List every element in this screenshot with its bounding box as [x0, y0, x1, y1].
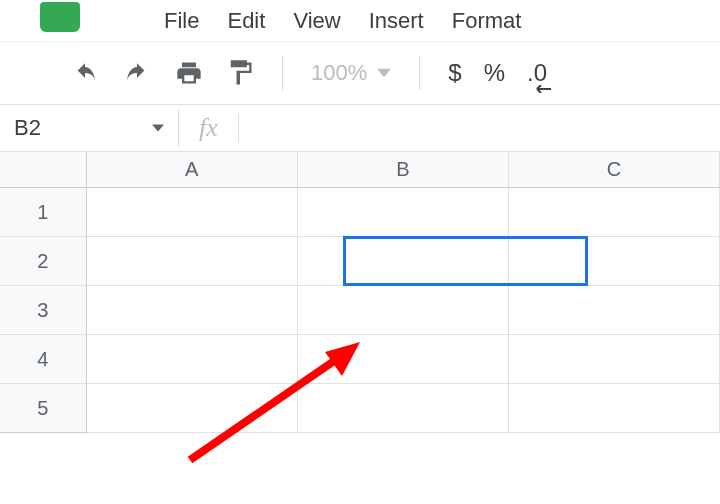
cell-b1[interactable]	[298, 188, 509, 237]
menu-view[interactable]: View	[279, 8, 354, 34]
cell-a2[interactable]	[87, 237, 298, 286]
row-header-1[interactable]: 1	[0, 188, 87, 237]
zoom-value: 100%	[311, 60, 367, 86]
chevron-down-icon	[152, 124, 164, 132]
row-header-4[interactable]: 4	[0, 335, 87, 384]
fx-label: fx	[179, 113, 238, 143]
cell-a4[interactable]	[87, 335, 298, 384]
format-currency-button[interactable]: $	[448, 59, 461, 87]
menu-file[interactable]: File	[150, 8, 213, 34]
menu-bar: File Edit View Insert Format	[0, 0, 720, 42]
formula-input[interactable]	[239, 117, 720, 140]
column-header-c[interactable]: C	[509, 152, 720, 188]
column-header-a[interactable]: A	[87, 152, 298, 188]
decrease-decimal-button[interactable]: .0	[527, 59, 547, 87]
cell-a1[interactable]	[87, 188, 298, 237]
undo-icon[interactable]	[70, 62, 100, 84]
formula-bar-row: B2 fx	[0, 104, 720, 152]
cell-a5[interactable]	[87, 384, 298, 433]
select-all-corner[interactable]	[0, 152, 87, 188]
redo-icon[interactable]	[122, 62, 152, 84]
menu-format[interactable]: Format	[438, 8, 536, 34]
name-box-value: B2	[14, 115, 41, 141]
menu-edit[interactable]: Edit	[213, 8, 279, 34]
name-box[interactable]: B2	[0, 115, 178, 141]
toolbar-divider	[419, 56, 420, 90]
row-header-2[interactable]: 2	[0, 237, 87, 286]
cell-c2[interactable]	[509, 237, 720, 286]
chevron-down-icon	[377, 68, 391, 78]
cell-c5[interactable]	[509, 384, 720, 433]
cell-c3[interactable]	[509, 286, 720, 335]
toolbar: 100% $ % .0	[0, 42, 720, 104]
cell-b4[interactable]	[298, 335, 509, 384]
cell-c4[interactable]	[509, 335, 720, 384]
cell-b3[interactable]	[298, 286, 509, 335]
toolbar-divider	[282, 56, 283, 90]
paint-format-icon[interactable]	[226, 58, 254, 88]
format-percent-button[interactable]: %	[484, 59, 505, 87]
app-logo	[40, 2, 80, 32]
cell-b5[interactable]	[298, 384, 509, 433]
row-header-5[interactable]: 5	[0, 384, 87, 433]
row-header-3[interactable]: 3	[0, 286, 87, 335]
cell-b2[interactable]	[298, 237, 509, 286]
column-header-b[interactable]: B	[298, 152, 509, 188]
zoom-dropdown[interactable]: 100%	[311, 60, 391, 86]
menu-insert[interactable]: Insert	[355, 8, 438, 34]
cell-c1[interactable]	[509, 188, 720, 237]
spreadsheet-grid: A B C 1 2 3 4 5	[0, 152, 720, 433]
cell-a3[interactable]	[87, 286, 298, 335]
print-icon[interactable]	[174, 59, 204, 87]
